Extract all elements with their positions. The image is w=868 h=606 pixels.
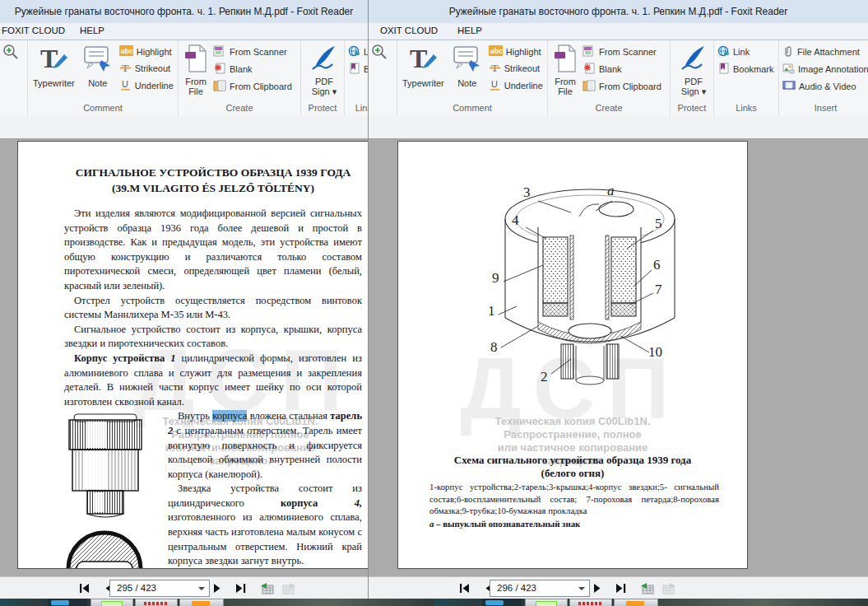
next-view-icon[interactable]: [280, 580, 299, 596]
next-view-icon[interactable]: [660, 580, 680, 596]
svg-text:T: T: [410, 44, 427, 73]
from-scanner-button[interactable]: From Scanner: [583, 45, 661, 58]
text-segment: изготовленного из алюминиевого сплава, в…: [168, 511, 362, 566]
document-area[interactable]: ДСП Техническая копия C00Lib1N. Распрост…: [0, 139, 368, 576]
last-page-icon[interactable]: [610, 580, 630, 596]
taskbar-button[interactable]: [179, 599, 224, 606]
page-number-combobox[interactable]: 295 / 423: [109, 580, 210, 597]
screen: Ружейные гранаты восточного фронта. ч. 1…: [0, 0, 868, 606]
previous-view-icon[interactable]: [257, 580, 276, 596]
diagram-label: 6: [653, 257, 661, 273]
pdf-sign-button[interactable]: PDF Sign ▾: [675, 43, 712, 97]
taskbar-button[interactable]: [91, 599, 133, 606]
next-page-icon[interactable]: [587, 580, 607, 596]
foxit-window-right: Ружейные гранаты восточного фронта. ч. 1…: [369, 0, 868, 599]
taskbar-start-area[interactable]: [434, 599, 480, 606]
link-button[interactable]: Link: [348, 45, 368, 58]
signal-device-diagram: 3 a 4 5 9 6 1 7 8 10 2: [456, 161, 731, 408]
group-label-insert: Insert: [779, 102, 868, 116]
status-bar: 295 / 423: [0, 576, 368, 599]
taskbar-window-preview[interactable]: [224, 599, 434, 606]
from-scanner-button[interactable]: From Scanner: [213, 45, 292, 58]
file-attachment-button[interactable]: File Attachment: [782, 45, 868, 58]
next-page-icon[interactable]: [207, 580, 227, 596]
ribbon-group-links-cut: Link Bookmark Lin: [345, 40, 368, 116]
bookmark-button[interactable]: Bookmark: [348, 63, 368, 76]
figure-legend-a: а – выпуклый опознавательный знак: [429, 518, 719, 530]
strikeout-button[interactable]: T Strikeout: [119, 62, 174, 75]
bookmark-icon: [717, 63, 730, 76]
menu-foxit-cloud[interactable]: FOXIT CLOUD: [2, 26, 65, 35]
menu-help[interactable]: HELP: [457, 26, 482, 35]
previous-view-icon[interactable]: [637, 580, 657, 596]
underline-icon: U: [119, 79, 132, 92]
taskbar-start-area[interactable]: [0, 599, 46, 606]
figure-legend: 1-корпус устройства;2-тарель;3-крышка;4-…: [429, 481, 719, 517]
link-icon: [348, 45, 360, 58]
first-page-icon[interactable]: [454, 580, 474, 596]
taskbar-button[interactable]: [482, 599, 522, 606]
text-segment: Отстрел устройств осуществляется посредс…: [64, 295, 362, 321]
underline-button[interactable]: U Underline: [119, 79, 174, 92]
from-file-button[interactable]: From File: [550, 43, 581, 97]
page-number-combobox[interactable]: 296 / 423: [490, 580, 590, 597]
pdf-sign-button[interactable]: PDF Sign ▾: [306, 43, 342, 97]
zoom-in-icon[interactable]: [370, 43, 388, 64]
text-segment: Эти изделия являются модифицированной ве…: [64, 207, 362, 291]
from-file-button[interactable]: From File: [180, 43, 211, 97]
typewriter-button[interactable]: T Typewriter: [30, 43, 78, 89]
paragraph: Внутрь корпуса вложена стальная тарель 2…: [64, 409, 362, 482]
taskbar-button[interactable]: [525, 599, 568, 606]
image-annotation-button[interactable]: Image Annotation: [782, 63, 868, 76]
ribbon-group-zoom-cut: [0, 40, 28, 116]
audio-video-button[interactable]: Audio & Video: [782, 80, 868, 92]
highlight-button[interactable]: abc Highlight: [119, 45, 174, 58]
ribbon-group-comment: T Typewriter Note abc: [397, 40, 548, 116]
taskbar-button[interactable]: [135, 599, 178, 606]
paragraph: Отстрел устройств осуществляется посредс…: [64, 294, 362, 323]
typewriter-button[interactable]: T Typewriter: [399, 43, 448, 89]
last-page-icon[interactable]: [230, 580, 250, 596]
note-button[interactable]: Note: [78, 43, 118, 89]
svg-text:U: U: [491, 79, 498, 89]
blank-button[interactable]: Blank: [213, 63, 292, 76]
underline-button[interactable]: U Underline: [489, 79, 543, 92]
ribbon-group-comment: T Typewriter Note abc: [28, 40, 179, 116]
taskbar-button[interactable]: [614, 599, 658, 606]
taskbar-button[interactable]: [569, 599, 612, 606]
diagram-label: 5: [655, 216, 662, 232]
taskbar-window-preview[interactable]: [658, 599, 868, 606]
pdf-sign-icon: [679, 44, 708, 75]
note-button[interactable]: Note: [448, 43, 487, 89]
image-annotation-icon: [782, 63, 795, 76]
menu-foxit-cloud[interactable]: OXIT CLOUD: [380, 26, 438, 35]
strikeout-button[interactable]: T Strikeout: [489, 62, 543, 75]
group-label-links: Links: [714, 102, 778, 116]
from-clipboard-icon: [213, 80, 226, 93]
typewriter-icon: T: [406, 44, 439, 77]
ribbon-group-create: From File From Scanner: [179, 40, 301, 116]
document-area[interactable]: ДСП: [369, 139, 868, 576]
zoom-in-icon[interactable]: [2, 43, 20, 64]
strikeout-icon: T: [489, 62, 501, 75]
link-button[interactable]: Link: [717, 45, 774, 58]
text-segment: с центральным отверстием. Тарель имеет в…: [168, 425, 362, 480]
text-segment: Внутрь: [178, 410, 212, 422]
pdf-sign-icon: [309, 44, 339, 75]
blank-button[interactable]: Blank: [583, 63, 661, 76]
chevron-down-icon: [578, 587, 585, 590]
menu-help[interactable]: HELP: [80, 26, 104, 35]
diagram-label: 10: [648, 344, 662, 361]
from-clipboard-button[interactable]: From Clipboard: [213, 80, 292, 93]
diagram-label: 8: [490, 339, 498, 356]
link-icon: [717, 45, 730, 58]
from-clipboard-button[interactable]: From Clipboard: [583, 80, 661, 93]
first-page-icon[interactable]: [74, 580, 94, 596]
diagram-label: 2: [541, 369, 548, 385]
taskbar-button[interactable]: [48, 599, 87, 606]
highlight-button[interactable]: abc Highlight: [489, 45, 543, 58]
window-title: Ружейные гранаты восточного фронта. ч. 1…: [0, 0, 368, 23]
text-segment: Сигнальное устройство состоит из корпуса…: [64, 324, 362, 350]
status-bar: 296 / 423: [369, 576, 868, 599]
bookmark-button[interactable]: Bookmark: [717, 63, 774, 76]
